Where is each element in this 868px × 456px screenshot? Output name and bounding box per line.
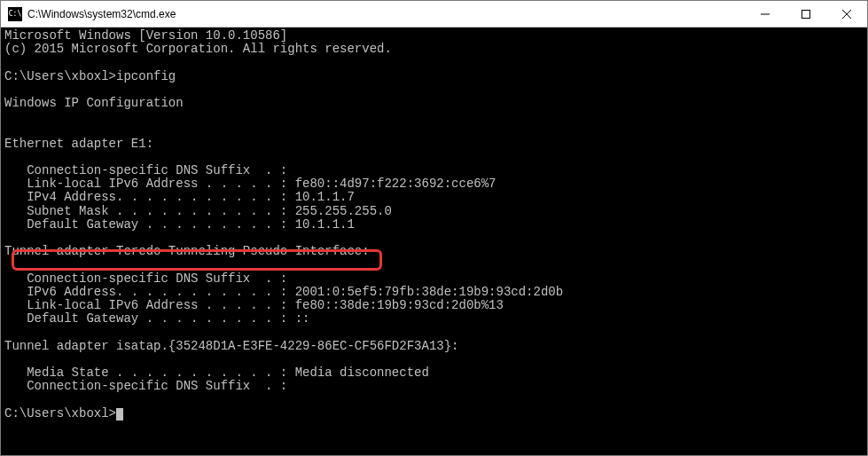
svg-rect-1: [802, 10, 810, 18]
terminal-line: IPv6 Address. . . . . . . . . . . : 2001…: [4, 285, 563, 299]
terminal-line: Subnet Mask . . . . . . . . . . . : 255.…: [4, 204, 392, 218]
terminal-line: Media State . . . . . . . . . . . : Medi…: [4, 366, 429, 380]
minimize-button[interactable]: [745, 1, 786, 27]
adapter-title: Ethernet adapter E1:: [4, 137, 153, 151]
cursor-icon: [116, 408, 123, 421]
adapter-title: Tunnel adapter isatap.{35248D1A-E3FE-422…: [4, 339, 458, 353]
terminal-line: Windows IP Configuration: [4, 96, 184, 110]
terminal-line: Microsoft Windows [Version 10.0.10586]: [4, 28, 287, 43]
terminal-line: Connection-specific DNS Suffix . :: [4, 379, 287, 393]
terminal-prompt: C:\Users\xboxl>: [4, 69, 116, 83]
terminal-line: Default Gateway . . . . . . . . . : ::: [4, 311, 309, 326]
terminal-line: (c) 2015 Microsoft Corporation. All righ…: [4, 42, 392, 56]
window-controls: [745, 1, 867, 27]
cmd-window: C:\ C:\Windows\system32\cmd.exe Microsof…: [0, 0, 868, 456]
terminal-line: Connection-specific DNS Suffix . :: [4, 163, 287, 177]
maximize-button[interactable]: [786, 1, 826, 27]
terminal-line: IPv4 Address. . . . . . . . . . . : 10.1…: [4, 190, 355, 204]
terminal-line: Link-local IPv6 Address . . . . . : fe80…: [4, 298, 504, 312]
adapter-title: Tunnel adapter Teredo Tunneling Pseudo-I…: [4, 244, 370, 258]
cmd-icon: C:\: [8, 7, 22, 21]
terminal-line: Link-local IPv6 Address . . . . . : fe80…: [4, 177, 497, 191]
terminal-command: ipconfig: [116, 69, 176, 83]
titlebar[interactable]: C:\ C:\Windows\system32\cmd.exe: [1, 1, 867, 28]
terminal-line-highlighted: Default Gateway . . . . . . . . . : 10.1…: [4, 217, 355, 232]
window-title: C:\Windows\system32\cmd.exe: [27, 8, 745, 20]
terminal-area[interactable]: Microsoft Windows [Version 10.0.10586] (…: [1, 28, 867, 455]
terminal-line: Connection-specific DNS Suffix . :: [4, 271, 287, 286]
terminal-prompt: C:\Users\xboxl>: [4, 406, 116, 421]
close-button[interactable]: [826, 1, 867, 27]
